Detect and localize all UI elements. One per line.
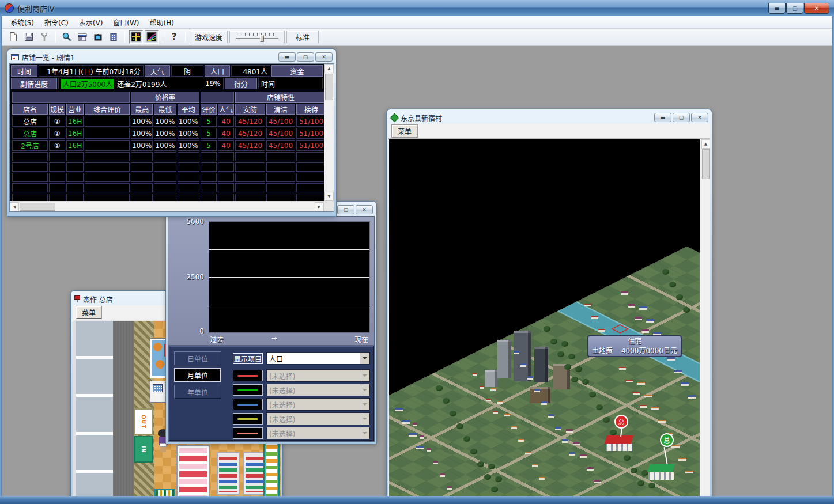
menu-item-3[interactable]: 窗口(W) [108, 16, 144, 28]
search-icon[interactable] [60, 30, 74, 44]
map-tree [662, 269, 669, 275]
store-building-green[interactable] [648, 464, 674, 480]
cell-min: 100% [154, 128, 176, 139]
road [113, 321, 134, 496]
map-tree [456, 423, 463, 429]
display-item-select[interactable]: 人口 [266, 352, 370, 365]
store-icon[interactable] [76, 30, 89, 44]
graph-icon[interactable] [145, 30, 159, 44]
map-maximize-button[interactable]: ▢ [673, 113, 690, 122]
map-menu-button[interactable]: 菜单 [392, 125, 417, 137]
help-icon[interactable]: ? [167, 30, 181, 44]
dropdown-arrow-icon[interactable] [360, 353, 369, 364]
store-menu-button[interactable]: 菜单 [76, 306, 101, 319]
shop-minimize-button[interactable]: ▬ [278, 52, 296, 62]
group-header-row: 价格率店铺特性 [12, 92, 326, 103]
series-select[interactable]: (未选择) [266, 427, 370, 439]
empty-cell [154, 162, 176, 172]
cell-name: 总店 [12, 116, 48, 127]
app-icon [5, 3, 14, 13]
day-unit-button[interactable]: 日单位 [174, 351, 221, 365]
table-row[interactable]: 总店①16H100%100%100%54045/12045/10051/100 [12, 128, 326, 139]
map-tree [488, 464, 495, 469]
map-tree [436, 385, 443, 391]
year-unit-button[interactable]: 年单位 [174, 385, 221, 399]
save-icon[interactable] [22, 30, 36, 44]
chart-crosshair-icon[interactable] [129, 30, 143, 44]
map-tree [557, 351, 564, 357]
map-house [598, 329, 605, 332]
wrench-icon[interactable] [37, 30, 51, 44]
plot-area [209, 221, 370, 333]
tv-icon[interactable] [91, 30, 105, 44]
table-row[interactable]: 总店①16H100%100%100%54045/12045/10051/100 [12, 116, 326, 127]
shop-list-titlebar[interactable]: 店铺一览 - 剧情1 ▬ ▢ ✕ [9, 51, 334, 63]
empty-cell [201, 162, 217, 172]
minimize-button[interactable]: ▬ [768, 3, 786, 14]
x-label-now: 现在 [354, 334, 368, 344]
cell-pop: 40 [218, 116, 234, 127]
map-viewport[interactable]: 总 总 住宅 土地费4000万0000日元 [389, 139, 700, 496]
population-value: 4801人 [231, 65, 270, 77]
close-button[interactable]: ✕ [804, 3, 829, 14]
cell-security: 45/120 [235, 128, 265, 139]
map-house [520, 363, 526, 367]
menu-item-4[interactable]: 帮助(H) [145, 16, 179, 28]
series-select[interactable]: (未选择) [266, 369, 370, 382]
building-icon[interactable] [107, 30, 120, 44]
month-unit-button[interactable]: 月单位 [174, 368, 221, 382]
store-window-title: 杰作 总店 [83, 294, 113, 304]
graph-close-button[interactable]: ✕ [356, 205, 373, 214]
series-select[interactable]: (未选择) [266, 384, 370, 396]
slider-thumb[interactable] [260, 35, 264, 42]
column-header-row: 店名规模营业综合评价最高最低平均评价人气安防清洁接待 [12, 104, 326, 115]
map-close-button[interactable]: ✕ [691, 113, 708, 122]
graph-maximize-button[interactable]: ▢ [337, 205, 354, 214]
empty-cell [12, 183, 48, 192]
map-tree [637, 480, 644, 486]
map-house [541, 401, 547, 405]
shop-list-window: 店铺一览 - 剧情1 ▬ ▢ ✕ 时间 1年4月1日(日) 午前07时18分 天… [7, 49, 336, 216]
shop-close-button[interactable]: ✕ [315, 52, 333, 62]
y-tick-mid: 2500 [168, 273, 204, 281]
graph-panel: 5000 2500 0 过去 → 现在 [168, 217, 374, 346]
series-select[interactable]: (未选择) [266, 398, 370, 411]
maximize-button[interactable]: ▢ [786, 3, 803, 14]
store-building-red[interactable] [606, 435, 632, 451]
menu-item-1[interactable]: 指令(C) [39, 16, 74, 28]
table-row[interactable]: 2号店①16H100%100%100%54045/12045/10051/100 [12, 140, 326, 151]
map-tree [450, 411, 456, 416]
map-house [402, 420, 410, 424]
map-window-titlebar[interactable]: 东京县新宿村 ▬ ▢ ✕ [388, 111, 710, 124]
series-color-swatch [233, 399, 263, 410]
head-store-marker-red[interactable]: 总 [614, 415, 628, 429]
empty-cell [66, 152, 84, 161]
empty-cell [296, 162, 326, 172]
map-house [688, 395, 696, 399]
cell-pop: 40 [218, 140, 234, 151]
shop-vertical-scrollbar[interactable]: ▲ ▼ [324, 64, 334, 201]
series-color-swatch [233, 413, 263, 425]
game-speed-slider[interactable] [229, 31, 285, 43]
empty-cell [266, 173, 295, 182]
map-tree [544, 326, 550, 332]
shop-horizontal-scrollbar[interactable]: ◀ ▶ [10, 201, 324, 211]
menu-item-2[interactable]: 表示(V) [74, 16, 108, 28]
cell-min: 100% [154, 140, 176, 151]
shop-list-window-icon [11, 54, 19, 60]
head-store-marker-green[interactable]: 总 [660, 433, 674, 447]
map-tree [491, 487, 498, 492]
series-select[interactable]: (未选择) [266, 412, 370, 425]
new-document-icon[interactable] [6, 30, 20, 44]
menu-item-0[interactable]: 系统(S) [5, 16, 39, 28]
map-house [566, 429, 573, 433]
cell-name: 总店 [12, 128, 48, 139]
shop-maximize-button[interactable]: ▢ [297, 52, 314, 62]
map-minimize-button[interactable]: ▬ [654, 113, 671, 122]
map-house [685, 471, 693, 473]
empty-cell [218, 162, 234, 172]
dropdown-arrow-icon [360, 399, 369, 410]
population-label: 人口 [205, 65, 230, 77]
cell-max: 100% [131, 140, 153, 151]
map-vertical-scrollbar[interactable]: ▲ [701, 139, 710, 496]
